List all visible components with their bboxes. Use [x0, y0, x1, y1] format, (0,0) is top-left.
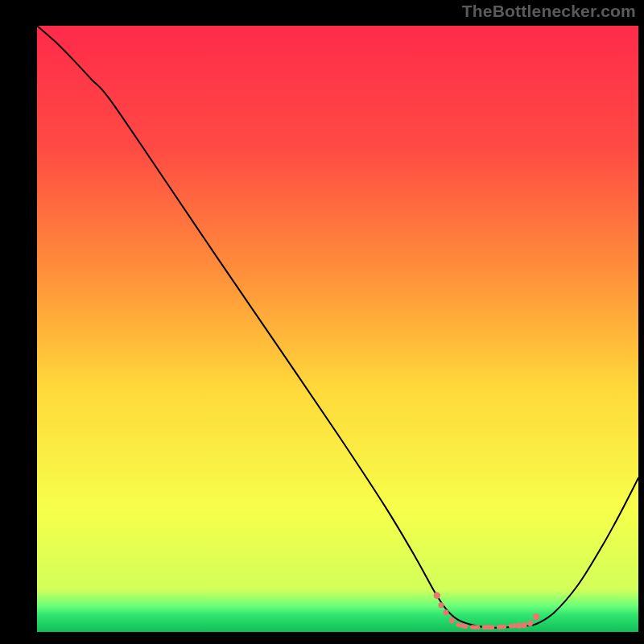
- chart-background: [37, 26, 638, 632]
- optimal-range-dot: [434, 592, 440, 599]
- optimal-range-dot: [521, 622, 526, 628]
- optimal-range-dot: [533, 613, 539, 620]
- bottleneck-chart: [0, 0, 644, 644]
- optimal-range-dot: [527, 621, 533, 626]
- watermark-text: TheBottlenecker.com: [462, 2, 636, 21]
- optimal-range-dot: [438, 602, 444, 608]
- chart-frame: TheBottlenecker.com: [0, 0, 644, 644]
- optimal-range-dot: [443, 609, 448, 615]
- optimal-range-dot: [449, 617, 455, 623]
